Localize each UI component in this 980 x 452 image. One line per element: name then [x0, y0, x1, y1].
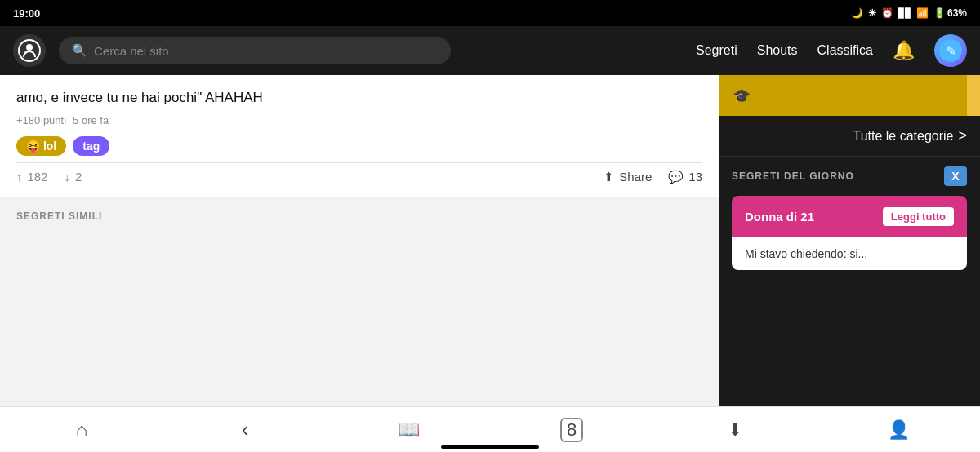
similar-title: SEGRETI SIMILI [16, 210, 702, 222]
close-secrets-button[interactable]: X [944, 166, 967, 186]
divider [16, 162, 702, 163]
nav-segreti[interactable]: Segreti [696, 43, 737, 58]
post-actions: ↑ 182 ↓ 2 ⬆ Share 💬 13 [16, 170, 702, 184]
bottom-bar-indicator [441, 445, 539, 449]
bottom-nav: ⌂ ‹ 📖 8 ⬇ 👤 [0, 406, 980, 452]
status-icons: 🌙 ✳ ⏰ ▊▊ 📶 🔋 63% [851, 7, 967, 19]
nav-classifica[interactable]: Classifica [817, 43, 873, 58]
categories-link[interactable]: Tutte le categorie > [719, 116, 980, 157]
bottom-nav-book[interactable]: 📖 [327, 419, 490, 441]
secrets-del-giorno-header: SEGRETI DEL GIORNO X [719, 157, 980, 196]
post-time: 5 ore fa [73, 114, 109, 126]
post-card: amo, e invece tu ne hai pochi" AHAHAH +1… [0, 75, 719, 197]
search-placeholder: Cerca nel sito [94, 44, 169, 58]
battery-icon: 🔋 63% [933, 7, 967, 19]
logo-icon[interactable] [13, 34, 46, 67]
post-tags: 😝 lol tag [16, 136, 702, 156]
comment-button[interactable]: 💬 13 [668, 170, 702, 184]
comment-count: 13 [688, 170, 702, 184]
featured-preview-text: Mi stavo chiedendo: si... [745, 247, 867, 260]
alarm-icon: ⏰ [881, 7, 893, 19]
bottom-nav-profile[interactable]: 👤 [817, 419, 980, 441]
post-points: +180 punti [16, 114, 66, 126]
featured-author: Donna di 21 [745, 210, 814, 224]
svg-text:✎: ✎ [946, 44, 956, 58]
upvote-count: 182 [28, 170, 48, 184]
search-icon: 🔍 [72, 43, 87, 58]
search-bar[interactable]: 🔍 Cerca nel sito [59, 37, 451, 64]
post-meta: +180 punti 5 ore fa [16, 114, 702, 126]
bottom-nav-home[interactable]: ⌂ [0, 419, 163, 441]
bluetooth-icon: ✳ [868, 7, 876, 19]
secrets-del-giorno-label: SEGRETI DEL GIORNO [732, 171, 854, 182]
similar-section: SEGRETI SIMILI [0, 197, 719, 235]
svg-point-1 [26, 44, 33, 51]
main-content: amo, e invece tu ne hai pochi" AHAHAH +1… [0, 75, 980, 406]
share-button[interactable]: ⬆ Share [604, 170, 652, 184]
downvote-button[interactable]: ↓ 2 [65, 170, 82, 184]
upvote-button[interactable]: ↑ 182 [16, 170, 48, 184]
nav-shouts[interactable]: Shouts [757, 43, 798, 58]
back-icon: ‹ [242, 417, 249, 442]
share-icon: ⬆ [604, 170, 614, 184]
left-panel: amo, e invece tu ne hai pochi" AHAHAH +1… [0, 75, 719, 406]
bell-icon[interactable]: 🔔 [893, 40, 915, 61]
sim-icon: ▊▊ [898, 8, 911, 19]
featured-preview: Mi stavo chiedendo: si... [732, 237, 967, 270]
upvote-icon: ↑ [16, 170, 23, 184]
share-label: Share [619, 170, 652, 184]
svg-point-2 [24, 51, 27, 54]
featured-secret: Donna di 21 Leggi tutto [732, 196, 967, 237]
status-bar: 19:00 🌙 ✳ ⏰ ▊▊ 📶 🔋 63% [0, 0, 980, 26]
bottom-nav-download[interactable]: ⬇ [653, 419, 817, 441]
tag-tag[interactable]: tag [73, 136, 109, 156]
user-avatar[interactable]: ✎ [934, 34, 967, 67]
bottom-nav-numbered[interactable]: 8 [490, 418, 653, 442]
post-text: amo, e invece tu ne hai pochi" AHAHAH [16, 88, 702, 108]
navbar: 🔍 Cerca nel sito Segreti Shouts Classifi… [0, 26, 980, 75]
home-icon: ⌂ [76, 419, 88, 441]
svg-text:🎓: 🎓 [733, 87, 751, 105]
tag-lol[interactable]: 😝 lol [16, 136, 66, 156]
downvote-count: 2 [75, 170, 82, 184]
leggi-tutto-button[interactable]: Leggi tutto [883, 207, 954, 226]
categories-label: Tutte le categorie [853, 129, 953, 144]
bottom-nav-back[interactable]: ‹ [163, 417, 327, 442]
comment-icon: 💬 [668, 170, 684, 184]
promo-banner: 🎓 [719, 75, 980, 116]
wifi-icon: 📶 [916, 7, 929, 19]
moon-icon: 🌙 [851, 7, 863, 19]
profile-icon: 👤 [888, 419, 910, 441]
chevron-right-icon: > [958, 127, 967, 144]
download-icon: ⬇ [728, 419, 742, 441]
nav-links: Segreti Shouts Classifica 🔔 ✎ [696, 34, 967, 67]
book-icon: 📖 [398, 419, 420, 441]
right-sidebar: 🎓 Tutte le categorie > SEGRETI DEL GIORN… [719, 75, 980, 406]
status-time: 19:00 [13, 7, 40, 20]
numbered-box-icon: 8 [560, 418, 583, 442]
downvote-icon: ↓ [65, 170, 71, 184]
